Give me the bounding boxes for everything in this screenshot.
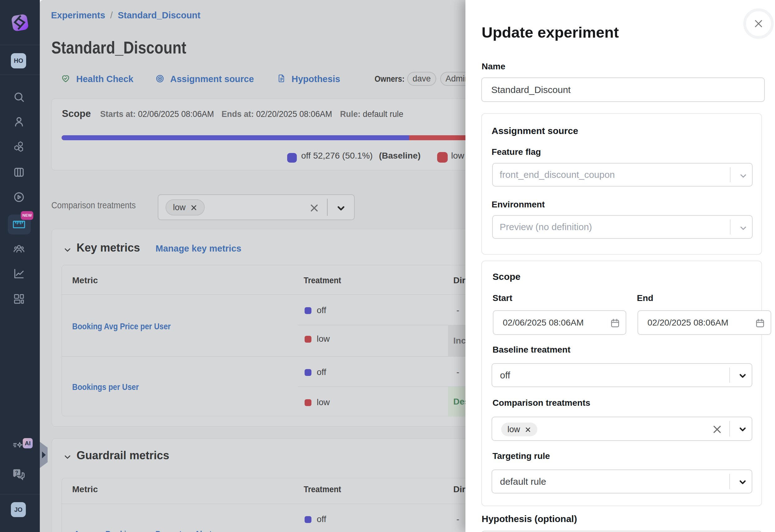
svg-text:?: ? (15, 470, 18, 476)
